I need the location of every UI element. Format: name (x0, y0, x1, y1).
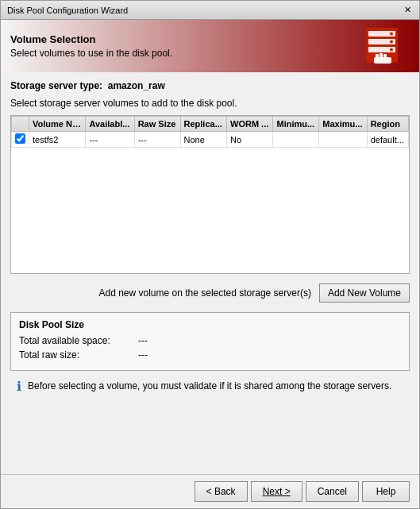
header-title: Volume Selection (10, 33, 172, 45)
disk-pool-size-box: Disk Pool Size Total available space: --… (10, 312, 410, 371)
cell-region: default... (367, 132, 408, 148)
volume-table: Volume Name Availabl... Raw Size Replica… (11, 116, 409, 148)
back-button[interactable]: < Back (195, 481, 248, 502)
col-checkbox (12, 117, 29, 132)
add-volume-row: Add new volume on the selected storage s… (10, 279, 410, 307)
info-icon: ℹ (17, 380, 21, 393)
svg-point-6 (390, 48, 393, 52)
wizard-window: Disk Pool Configuration Wizard ✕ Volume … (0, 0, 420, 509)
disk-pool-avail-value: --- (138, 335, 148, 346)
close-button[interactable]: ✕ (403, 5, 413, 15)
col-region: Region (367, 117, 408, 132)
col-avail: Availabl... (86, 117, 134, 132)
next-button[interactable]: Next > (251, 481, 302, 502)
volume-checkbox[interactable] (15, 133, 25, 144)
disk-pool-avail-row: Total available space: --- (19, 335, 401, 346)
disk-pool-raw-row: Total raw size: --- (19, 349, 401, 361)
storage-server-type-line: Storage server type: amazon_raw (10, 80, 410, 91)
svg-point-4 (390, 33, 393, 36)
col-replica: Replica... (180, 117, 226, 132)
col-max: Maximu... (319, 117, 367, 132)
col-min: Minimu... (273, 117, 319, 132)
title-bar: Disk Pool Configuration Wizard ✕ (1, 1, 419, 20)
info-text: Before selecting a volume, you must vali… (28, 380, 391, 391)
cell-name: testfs2 (29, 132, 86, 148)
volume-table-container[interactable]: Volume Name Availabl... Raw Size Replica… (10, 115, 410, 274)
cancel-button[interactable]: Cancel (306, 481, 359, 502)
header-icon (362, 26, 410, 66)
info-box: ℹ Before selecting a volume, you must va… (10, 376, 410, 398)
header-banner: Volume Selection Select volumes to use i… (1, 20, 419, 72)
svg-rect-9 (380, 53, 383, 59)
add-new-volume-button[interactable]: Add New Volume (319, 283, 410, 303)
disk-pool-title: Disk Pool Size (19, 319, 401, 330)
header-subtitle: Select volumes to use in the disk pool. (10, 48, 172, 59)
cell-raw: --- (134, 132, 180, 148)
window-title: Disk Pool Configuration Wizard (7, 6, 128, 15)
disk-pool-raw-label: Total raw size: (19, 349, 138, 361)
col-worm: WORM ... (227, 117, 273, 132)
header-text: Volume Selection Select volumes to use i… (10, 33, 172, 59)
cell-avail: --- (86, 132, 134, 148)
cell-max (319, 132, 367, 148)
storage-server-label: Storage server type: (10, 80, 102, 91)
svg-rect-10 (383, 54, 387, 59)
select-volumes-label: Select storage server volumes to add to … (10, 98, 410, 109)
table-row[interactable]: testfs2------NoneNodefault... (12, 132, 409, 148)
add-volume-label: Add new volume on the selected storage s… (10, 287, 311, 299)
storage-server-value: amazon_raw (108, 80, 165, 91)
col-name: Volume Name (29, 117, 86, 132)
svg-point-5 (390, 40, 393, 44)
disk-pool-avail-label: Total available space: (19, 335, 138, 346)
footer-buttons: < Back Next > Cancel Help (1, 474, 419, 508)
disk-pool-raw-value: --- (138, 349, 148, 361)
cell-replica: None (180, 132, 226, 148)
col-raw: Raw Size (134, 117, 180, 132)
help-button[interactable]: Help (362, 481, 410, 502)
svg-rect-8 (376, 54, 379, 59)
cell-min (273, 132, 319, 148)
row-checkbox-cell[interactable] (12, 132, 29, 148)
storage-icon (362, 26, 406, 64)
cell-worm: No (227, 132, 273, 148)
table-header-row: Volume Name Availabl... Raw Size Replica… (12, 117, 409, 132)
main-content: Storage server type: amazon_raw Select s… (1, 72, 419, 474)
